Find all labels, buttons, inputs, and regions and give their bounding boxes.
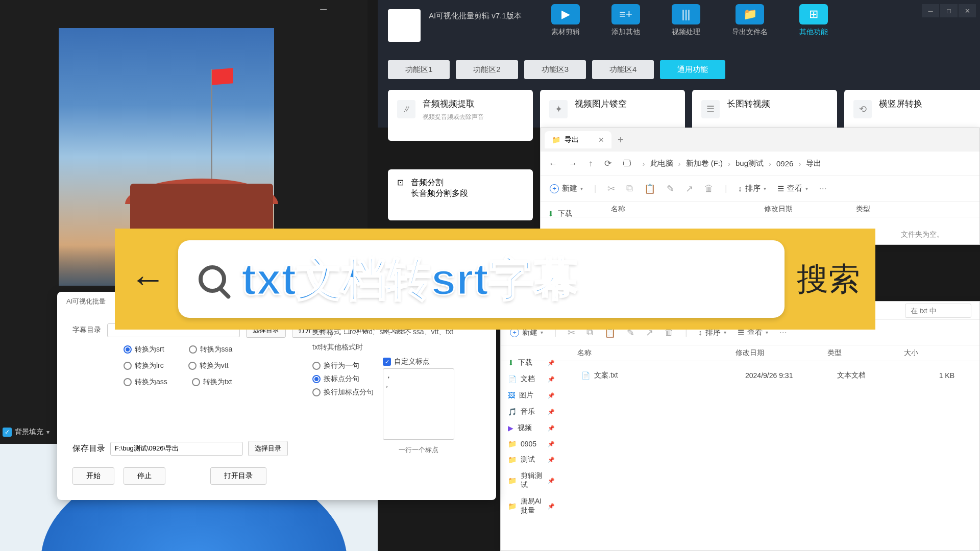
hint-label: 一行一个标点	[383, 445, 454, 455]
side-item[interactable]: ⬇下载📌	[501, 355, 562, 371]
side-item[interactable]: ▶视频📌	[501, 420, 562, 436]
open-savedir-button[interactable]: 打开目录	[210, 467, 266, 485]
card-desc: 视频提音频或去除声音	[423, 113, 484, 121]
subtab-2[interactable]: 功能区2	[456, 60, 518, 79]
more-icon[interactable]: ···	[819, 183, 827, 194]
side-item[interactable]: 📁剪辑测试📌	[501, 468, 562, 493]
copy-icon[interactable]: ⧉	[626, 183, 633, 194]
film-icon: ▶	[551, 4, 580, 24]
col-type[interactable]: 类型	[827, 348, 904, 358]
subtab-1[interactable]: 功能区1	[388, 60, 450, 79]
custom-punct-check[interactable]: ✓自定义标点	[383, 357, 454, 366]
side-item[interactable]: 📁0905📌	[501, 436, 562, 452]
crumb[interactable]: 0926	[776, 159, 793, 168]
search-button[interactable]: 搜索	[797, 258, 860, 300]
explorer-tab[interactable]: 📁导出✕	[545, 131, 611, 148]
new-tab-button[interactable]: +	[618, 134, 624, 146]
radio-line[interactable]: 换行为一句	[312, 361, 374, 370]
bg-fill-toggle[interactable]: ✓ 背景填充 ▾	[3, 428, 50, 437]
radio-label: 换行加标点分句	[324, 388, 374, 397]
side-item[interactable]: 📄文档📌	[501, 371, 562, 387]
bg-fill-label: 背景填充	[15, 428, 43, 437]
close-button[interactable]: ✕	[959, 4, 976, 17]
radio-add[interactable]: 换行加标点分句	[312, 388, 374, 397]
min-button[interactable]: ─	[922, 4, 939, 17]
tool-add[interactable]: ≡+添加其他	[611, 4, 640, 37]
stop-button[interactable]: 停止	[124, 467, 165, 485]
radio-srt[interactable]: 转换为srt	[124, 345, 164, 354]
subtab-4[interactable]: 功能区4	[592, 60, 654, 79]
minimize-icon[interactable]: ─	[320, 4, 327, 15]
side-item[interactable]: 📁测试📌	[501, 452, 562, 468]
tool-video[interactable]: |||视频处理	[672, 4, 700, 37]
crumb[interactable]: 此电脑	[650, 159, 673, 168]
monitor-icon[interactable]: 🖵	[623, 159, 631, 169]
breadcrumb[interactable]: ›此电脑 ›新加卷 (F:) ›bug测试 ›0926 ›导出	[643, 159, 822, 168]
subtab-3[interactable]: 功能区3	[524, 60, 586, 79]
crumb[interactable]: 新加卷 (F:)	[686, 159, 723, 168]
max-button[interactable]: □	[940, 4, 958, 17]
subtab-generic[interactable]: 通用功能	[660, 60, 725, 79]
sort-button[interactable]: ↕排序▾	[738, 184, 766, 193]
forward-icon[interactable]: →	[569, 159, 577, 169]
card-audiosplit[interactable]: ⊡音频分割长音频分割多段	[388, 169, 533, 220]
radio-lrc[interactable]: 转换为lrc	[124, 361, 164, 370]
select-savedir-button[interactable]: 选择目录	[248, 441, 288, 456]
radio-label: 换行为一句	[324, 361, 359, 370]
file-row[interactable]: 📄 文案.txt 2024/9/26 9:31 文本文档 1 KB	[577, 368, 974, 383]
col-date[interactable]: 修改日期	[764, 205, 856, 214]
close-tab-icon[interactable]: ✕	[598, 136, 604, 144]
tool-other[interactable]: ⊞其他功能	[799, 4, 828, 37]
radio-txt[interactable]: 转换为txt	[192, 378, 232, 387]
col-name[interactable]: 名称	[577, 348, 736, 358]
radio-label: 按标点分句	[324, 374, 359, 384]
search-icon	[199, 265, 226, 293]
card-extract[interactable]: ⫽音频视频提取视频提音频或去除声音	[388, 90, 533, 141]
paste-icon[interactable]: 📋	[644, 183, 655, 194]
pin-icon: 📌	[548, 360, 555, 366]
side-label: 音乐	[521, 407, 535, 416]
save-dir-label: 保存目录	[72, 443, 105, 454]
side-icon: ⬇	[508, 359, 514, 367]
up-icon[interactable]: ↑	[589, 159, 593, 169]
col-type[interactable]: 类型	[856, 205, 927, 214]
custom-label: 自定义标点	[394, 357, 430, 366]
new-button[interactable]: +新建▾	[550, 184, 583, 193]
share-icon[interactable]: ↗	[685, 183, 693, 194]
col-name[interactable]: 名称	[611, 205, 764, 214]
punct-textarea[interactable]: ， 。	[383, 368, 454, 440]
radio-punct[interactable]: 按标点分句	[312, 374, 374, 384]
back-arrow-icon[interactable]: ←	[130, 259, 166, 299]
refresh-icon[interactable]: ⟳	[604, 158, 611, 169]
pin-icon: 📌	[548, 441, 555, 447]
save-dir-input[interactable]	[110, 442, 243, 456]
tool-export[interactable]: 📁导出文件名	[732, 4, 768, 37]
side-downloads[interactable]: ⬇下载	[541, 206, 602, 222]
view-button[interactable]: ☰查看▾	[777, 184, 808, 193]
radio-label: 转换为txt	[203, 378, 232, 387]
side-label: 测试	[521, 455, 535, 464]
tool-material[interactable]: ▶素材剪辑	[551, 4, 580, 37]
side-label: 下载	[518, 358, 532, 367]
radio-ssa[interactable]: 转换为ssa	[189, 345, 233, 354]
radio-label: 转换为lrc	[135, 361, 164, 370]
rename-icon[interactable]: ✎	[667, 183, 674, 194]
side-item[interactable]: 🖼图片📌	[501, 387, 562, 404]
side-item[interactable]: 🎵音乐📌	[501, 404, 562, 420]
radio-vtt[interactable]: 转换为vtt	[188, 361, 229, 370]
radio-ass[interactable]: 转换为ass	[124, 378, 167, 387]
crumb[interactable]: bug测试	[736, 159, 764, 168]
grid-icon: ⊞	[799, 4, 828, 24]
col-date[interactable]: 修改日期	[736, 348, 827, 358]
card-row-2: ⊡音频分割长音频分割多段	[388, 169, 533, 220]
side-item[interactable]: 📁唐易AI批量📌	[501, 493, 562, 519]
col-size[interactable]: 大小	[904, 348, 945, 358]
start-button[interactable]: 开始	[72, 467, 114, 485]
delete-icon[interactable]: 🗑	[704, 183, 714, 194]
search-banner: ← txt文档转srt字幕 搜索	[115, 229, 875, 330]
search-input[interactable]	[905, 304, 971, 318]
back-icon[interactable]: ←	[549, 159, 557, 169]
crumb[interactable]: 导出	[806, 159, 821, 168]
cut-icon[interactable]: ✂	[607, 183, 615, 194]
radio-label: 转换为ass	[135, 378, 167, 387]
